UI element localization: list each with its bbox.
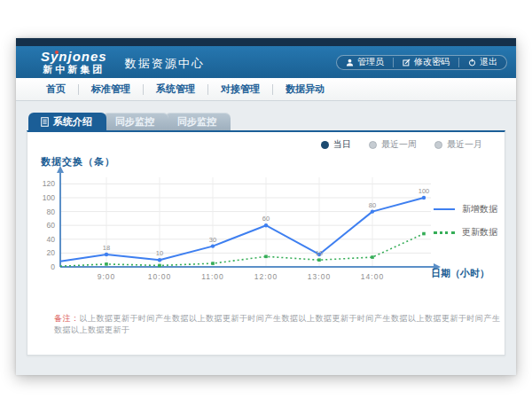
document-icon (41, 117, 49, 127)
data-point (371, 209, 374, 213)
edit-icon (403, 59, 411, 66)
window-top-strip (16, 38, 516, 46)
tab-system-intro[interactable]: 系统介绍 (28, 113, 106, 130)
time-range-filter: 当日 最近一周 最近一月 (321, 138, 482, 151)
nav-item-home[interactable]: 首页 (34, 82, 78, 96)
x-tick-label: 13:00 (308, 272, 331, 281)
data-point-label: 10 (156, 249, 163, 257)
user-menu-admin[interactable]: 管理员 (337, 58, 393, 67)
series-line-updated (60, 234, 424, 267)
data-point-label: 30 (209, 236, 216, 244)
x-tick-label: 9:00 (98, 272, 116, 281)
brand-logo: Synjones 新中新集团 (41, 50, 107, 75)
tab-sync-monitor-1-label: 同步监控 (115, 113, 154, 130)
x-tick-label: 12:00 (254, 272, 278, 281)
content-area: 系统介绍 同步监控 同步监控 当日 最近一周 (16, 101, 516, 375)
radio-last-month-label: 最近一月 (447, 138, 482, 151)
footnote-label: 备注： (54, 314, 80, 323)
nav-item-interface-mgmt[interactable]: 对接管理 (208, 82, 272, 96)
user-menu-change-password[interactable]: 修改密码 (393, 58, 458, 67)
data-point (211, 262, 215, 265)
footnote: 备注：以上数据更新于时间产生数据以上数据更新于时间产生数据以上数据更新于时间产生… (54, 313, 505, 336)
user-menu-logout[interactable]: 退出 (458, 58, 506, 67)
data-point (264, 255, 268, 259)
user-menu-admin-label: 管理员 (357, 56, 384, 68)
logo-brand-text: Synjones (41, 50, 107, 65)
tab-sync-monitor-2-label: 同步监控 (177, 113, 216, 130)
user-menu-logout-label: 退出 (480, 56, 497, 68)
y-tick-label: 80 (47, 207, 56, 216)
x-tick-label: 14:00 (361, 272, 384, 281)
app-window: Synjones 新中新集团 数据资源中心 管理员 修改密码 退出 (16, 38, 516, 375)
data-point (105, 262, 108, 266)
legend-updated-data-label: 更新数据 (462, 226, 497, 239)
data-point (158, 264, 161, 268)
nav-item-system-mgmt[interactable]: 系统管理 (144, 82, 207, 96)
data-point (158, 258, 161, 262)
data-point (264, 223, 268, 227)
logo-accent-dot (55, 51, 59, 54)
y-axis-arrow-icon (57, 166, 64, 173)
tab-sync-monitor-1[interactable]: 同步监控 (103, 113, 168, 130)
legend-item-new-data: 新增数据 (434, 203, 497, 215)
data-point-label: 10 (316, 249, 323, 257)
data-point (211, 244, 215, 247)
footnote-text: 以上数据更新于时间产生数据以上数据更新于时间产生数据以上数据更新于时间产生数据以… (54, 314, 501, 334)
solid-line-swatch (434, 208, 455, 210)
dotted-line-swatch (434, 231, 455, 234)
x-tick-label: 11:00 (201, 272, 224, 281)
chart-panel: 当日 最近一周 最近一月 数据交换（条） 0204060801001209:00… (27, 130, 505, 356)
radio-icon (369, 141, 377, 149)
data-point (422, 196, 426, 200)
radio-last-week-label: 最近一周 (381, 138, 417, 151)
tab-strip: 系统介绍 同步监控 同步监控 (28, 113, 505, 130)
tab-system-intro-label: 系统介绍 (53, 113, 92, 130)
chart-legend: 新增数据 更新数据 (434, 203, 497, 249)
y-tick-label: 60 (47, 221, 56, 230)
logo-subtitle: 新中新集团 (41, 64, 107, 74)
data-point (105, 253, 108, 256)
y-tick-label: 20 (47, 248, 56, 257)
y-tick-label: 120 (43, 179, 55, 188)
data-point (371, 255, 374, 259)
radio-last-month[interactable]: 最近一月 (434, 138, 482, 151)
user-menu: 管理员 修改密码 退出 (336, 55, 507, 70)
radio-icon (321, 141, 329, 149)
y-tick-label: 0 (51, 262, 55, 271)
power-icon (468, 59, 476, 66)
x-axis-title: 日期（小时） (431, 267, 489, 280)
user-menu-change-password-label: 修改密码 (414, 56, 450, 68)
data-point (317, 258, 321, 262)
data-point-label: 80 (369, 201, 376, 209)
line-chart: 0204060801001209:0010:0011:0012:0013:001… (37, 165, 454, 289)
legend-item-updated-data: 更新数据 (434, 226, 497, 239)
x-tick-label: 10:00 (148, 272, 171, 281)
radio-icon (434, 141, 442, 149)
main-nav: 首页 标准管理 系统管理 对接管理 数据异动 (16, 78, 516, 101)
data-point-label: 18 (103, 244, 110, 252)
radio-today[interactable]: 当日 (321, 138, 351, 151)
nav-item-standard-mgmt[interactable]: 标准管理 (79, 82, 143, 96)
data-point-label: 100 (419, 187, 430, 195)
app-header: Synjones 新中新集团 数据资源中心 管理员 修改密码 退出 (16, 46, 516, 78)
page-title: 数据资源中心 (125, 52, 205, 72)
nav-item-data-change[interactable]: 数据异动 (273, 82, 337, 96)
radio-today-label: 当日 (333, 138, 351, 151)
data-point-label: 60 (262, 215, 270, 223)
tab-sync-monitor-2[interactable]: 同步监控 (165, 113, 231, 130)
legend-new-data-label: 新增数据 (462, 203, 497, 215)
user-icon (346, 59, 354, 66)
y-tick-label: 100 (43, 193, 55, 202)
radio-last-week[interactable]: 最近一周 (369, 138, 417, 151)
data-point (422, 232, 426, 236)
y-tick-label: 40 (47, 235, 56, 244)
